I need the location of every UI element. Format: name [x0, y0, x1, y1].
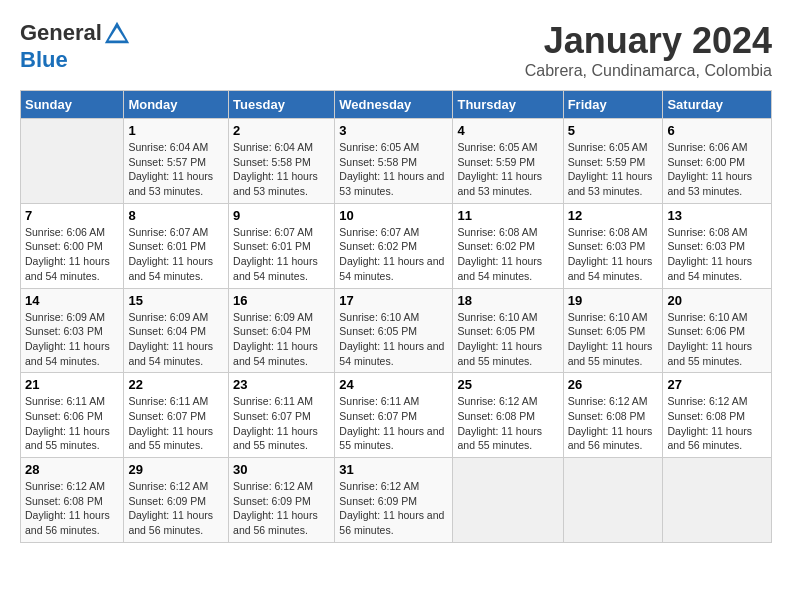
day-number: 5: [568, 123, 659, 138]
calendar-cell: 20 Sunrise: 6:10 AM Sunset: 6:06 PM Dayl…: [663, 288, 772, 373]
calendar-cell: 30 Sunrise: 6:12 AM Sunset: 6:09 PM Dayl…: [229, 458, 335, 543]
day-number: 6: [667, 123, 767, 138]
daylight: Daylight: 11 hours and 56 minutes.: [233, 509, 318, 536]
daylight: Daylight: 11 hours and 54 minutes.: [128, 255, 213, 282]
day-number: 20: [667, 293, 767, 308]
sunrise: Sunrise: 6:04 AM: [128, 141, 208, 153]
sunset: Sunset: 6:03 PM: [667, 240, 745, 252]
sunrise: Sunrise: 6:12 AM: [25, 480, 105, 492]
sunrise: Sunrise: 6:07 AM: [128, 226, 208, 238]
calendar-cell: [663, 458, 772, 543]
calendar-cell: 7 Sunrise: 6:06 AM Sunset: 6:00 PM Dayli…: [21, 203, 124, 288]
daylight: Daylight: 11 hours and 56 minutes.: [128, 509, 213, 536]
daylight: Daylight: 11 hours and 53 minutes.: [339, 170, 444, 197]
calendar-cell: [453, 458, 563, 543]
day-number: 8: [128, 208, 224, 223]
calendar-week-4: 21 Sunrise: 6:11 AM Sunset: 6:06 PM Dayl…: [21, 373, 772, 458]
sunrise: Sunrise: 6:11 AM: [128, 395, 208, 407]
day-info: Sunrise: 6:07 AM Sunset: 6:01 PM Dayligh…: [233, 225, 330, 284]
day-number: 27: [667, 377, 767, 392]
sunset: Sunset: 6:01 PM: [128, 240, 206, 252]
day-info: Sunrise: 6:09 AM Sunset: 6:04 PM Dayligh…: [128, 310, 224, 369]
day-number: 2: [233, 123, 330, 138]
weekday-header-tuesday: Tuesday: [229, 91, 335, 119]
sunrise: Sunrise: 6:08 AM: [457, 226, 537, 238]
weekday-header-thursday: Thursday: [453, 91, 563, 119]
sunrise: Sunrise: 6:10 AM: [457, 311, 537, 323]
day-number: 1: [128, 123, 224, 138]
day-info: Sunrise: 6:10 AM Sunset: 6:05 PM Dayligh…: [568, 310, 659, 369]
calendar-cell: 18 Sunrise: 6:10 AM Sunset: 6:05 PM Dayl…: [453, 288, 563, 373]
day-info: Sunrise: 6:12 AM Sunset: 6:09 PM Dayligh…: [128, 479, 224, 538]
daylight: Daylight: 11 hours and 55 minutes.: [667, 340, 752, 367]
day-number: 24: [339, 377, 448, 392]
day-info: Sunrise: 6:12 AM Sunset: 6:09 PM Dayligh…: [233, 479, 330, 538]
daylight: Daylight: 11 hours and 56 minutes.: [568, 425, 653, 452]
day-info: Sunrise: 6:05 AM Sunset: 5:59 PM Dayligh…: [457, 140, 558, 199]
day-info: Sunrise: 6:12 AM Sunset: 6:08 PM Dayligh…: [25, 479, 119, 538]
sunset: Sunset: 6:05 PM: [339, 325, 417, 337]
calendar-cell: 28 Sunrise: 6:12 AM Sunset: 6:08 PM Dayl…: [21, 458, 124, 543]
daylight: Daylight: 11 hours and 55 minutes.: [457, 340, 542, 367]
calendar-cell: 2 Sunrise: 6:04 AM Sunset: 5:58 PM Dayli…: [229, 119, 335, 204]
sunset: Sunset: 6:03 PM: [568, 240, 646, 252]
sunset: Sunset: 6:08 PM: [667, 410, 745, 422]
calendar-cell: 15 Sunrise: 6:09 AM Sunset: 6:04 PM Dayl…: [124, 288, 229, 373]
daylight: Daylight: 11 hours and 55 minutes.: [457, 425, 542, 452]
day-info: Sunrise: 6:08 AM Sunset: 6:03 PM Dayligh…: [667, 225, 767, 284]
daylight: Daylight: 11 hours and 54 minutes.: [128, 340, 213, 367]
day-number: 31: [339, 462, 448, 477]
sunrise: Sunrise: 6:06 AM: [667, 141, 747, 153]
sunset: Sunset: 6:00 PM: [667, 156, 745, 168]
sunset: Sunset: 6:07 PM: [233, 410, 311, 422]
daylight: Daylight: 11 hours and 55 minutes.: [339, 425, 444, 452]
weekday-header-sunday: Sunday: [21, 91, 124, 119]
sunrise: Sunrise: 6:05 AM: [568, 141, 648, 153]
sunset: Sunset: 6:08 PM: [568, 410, 646, 422]
sunrise: Sunrise: 6:08 AM: [568, 226, 648, 238]
calendar-cell: 13 Sunrise: 6:08 AM Sunset: 6:03 PM Dayl…: [663, 203, 772, 288]
sunset: Sunset: 6:06 PM: [25, 410, 103, 422]
sunset: Sunset: 6:07 PM: [128, 410, 206, 422]
day-number: 16: [233, 293, 330, 308]
daylight: Daylight: 11 hours and 53 minutes.: [128, 170, 213, 197]
sunset: Sunset: 6:09 PM: [233, 495, 311, 507]
location: Cabrera, Cundinamarca, Colombia: [525, 62, 772, 80]
calendar-cell: 5 Sunrise: 6:05 AM Sunset: 5:59 PM Dayli…: [563, 119, 663, 204]
weekday-header-saturday: Saturday: [663, 91, 772, 119]
day-info: Sunrise: 6:12 AM Sunset: 6:08 PM Dayligh…: [667, 394, 767, 453]
day-number: 7: [25, 208, 119, 223]
sunrise: Sunrise: 6:12 AM: [667, 395, 747, 407]
day-info: Sunrise: 6:09 AM Sunset: 6:04 PM Dayligh…: [233, 310, 330, 369]
day-number: 10: [339, 208, 448, 223]
daylight: Daylight: 11 hours and 55 minutes.: [128, 425, 213, 452]
calendar-cell: 21 Sunrise: 6:11 AM Sunset: 6:06 PM Dayl…: [21, 373, 124, 458]
sunrise: Sunrise: 6:12 AM: [568, 395, 648, 407]
day-info: Sunrise: 6:07 AM Sunset: 6:02 PM Dayligh…: [339, 225, 448, 284]
sunrise: Sunrise: 6:09 AM: [128, 311, 208, 323]
sunrise: Sunrise: 6:06 AM: [25, 226, 105, 238]
sunrise: Sunrise: 6:07 AM: [339, 226, 419, 238]
day-number: 23: [233, 377, 330, 392]
sunrise: Sunrise: 6:05 AM: [457, 141, 537, 153]
day-number: 18: [457, 293, 558, 308]
day-number: 28: [25, 462, 119, 477]
calendar-cell: 31 Sunrise: 6:12 AM Sunset: 6:09 PM Dayl…: [335, 458, 453, 543]
calendar-cell: 11 Sunrise: 6:08 AM Sunset: 6:02 PM Dayl…: [453, 203, 563, 288]
day-info: Sunrise: 6:12 AM Sunset: 6:08 PM Dayligh…: [457, 394, 558, 453]
day-info: Sunrise: 6:05 AM Sunset: 5:58 PM Dayligh…: [339, 140, 448, 199]
day-number: 19: [568, 293, 659, 308]
sunset: Sunset: 6:01 PM: [233, 240, 311, 252]
day-info: Sunrise: 6:08 AM Sunset: 6:02 PM Dayligh…: [457, 225, 558, 284]
day-number: 22: [128, 377, 224, 392]
logo-general: General: [20, 20, 102, 45]
calendar-cell: 12 Sunrise: 6:08 AM Sunset: 6:03 PM Dayl…: [563, 203, 663, 288]
sunset: Sunset: 6:00 PM: [25, 240, 103, 252]
day-number: 30: [233, 462, 330, 477]
day-info: Sunrise: 6:10 AM Sunset: 6:05 PM Dayligh…: [339, 310, 448, 369]
sunset: Sunset: 6:06 PM: [667, 325, 745, 337]
logo-blue: Blue: [20, 47, 68, 72]
day-number: 25: [457, 377, 558, 392]
daylight: Daylight: 11 hours and 55 minutes.: [233, 425, 318, 452]
day-number: 17: [339, 293, 448, 308]
